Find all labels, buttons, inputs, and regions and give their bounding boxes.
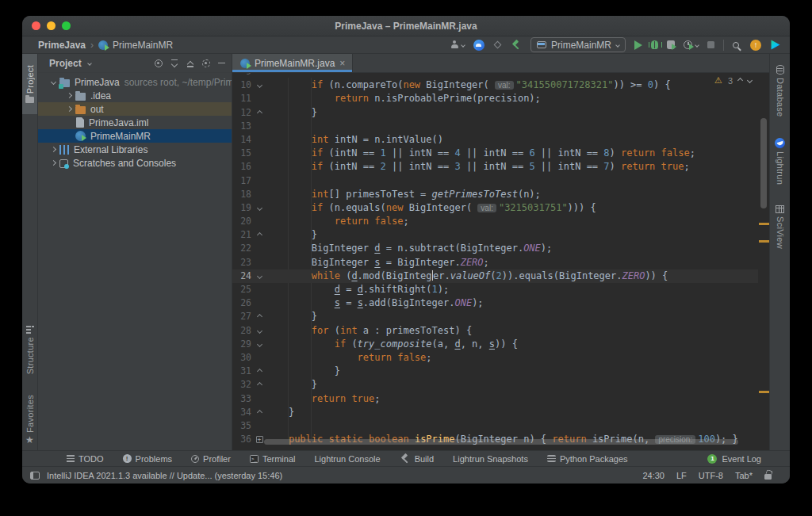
line-number[interactable]: 19 [232, 201, 253, 215]
tree-item-primemainmr[interactable]: PrimeMainMR [38, 129, 232, 143]
close-tab-icon[interactable]: × [339, 59, 345, 67]
code-line-26[interactable]: 26 s = s.add(BigInteger.ONE); [232, 296, 758, 310]
fold-marker-icon[interactable] [253, 406, 266, 419]
hide-panel-button[interactable] [218, 63, 225, 64]
caret-position[interactable]: 24:30 [642, 471, 665, 480]
code-line-9[interactable]: 9 [232, 73, 758, 78]
fold-marker-icon[interactable] [253, 78, 266, 92]
tree-item-primejava-iml[interactable]: PrimeJava.iml [38, 116, 232, 129]
code-line-31[interactable]: 31 } [232, 365, 758, 378]
tree-item-primejava[interactable]: PrimeJavasources root, ~/temp/PrimeJa [38, 75, 232, 89]
indent-style[interactable]: Tab* [735, 471, 753, 480]
line-number[interactable]: 20 [232, 215, 253, 228]
line-number[interactable]: 22 [232, 242, 253, 255]
code-line-20[interactable]: 20 return false; [232, 215, 758, 228]
code-line-15[interactable]: 15 if (intN == 1 || intN == 4 || intN ==… [232, 147, 758, 160]
code-line-32[interactable]: 32 } [232, 378, 758, 392]
title-bar[interactable]: PrimeJava – PrimeMainMR.java [22, 16, 790, 36]
line-number[interactable]: 25 [232, 283, 253, 296]
run-button[interactable] [634, 40, 642, 50]
line-number[interactable]: 30 [232, 351, 253, 365]
line-number[interactable]: 13 [232, 120, 253, 133]
line-number[interactable]: 15 [232, 147, 253, 160]
run-with-coverage-button[interactable] [667, 40, 675, 49]
toolwindow-button-build[interactable]: Build [400, 451, 434, 466]
line-number[interactable]: 29 [232, 338, 253, 351]
line-number[interactable]: 32 [232, 378, 253, 392]
fold-marker-icon[interactable] [253, 201, 266, 215]
ide-logo-icon[interactable] [770, 40, 780, 50]
code-line-29[interactable]: 29 if (try_composite(a, d, n, s)) { [232, 338, 758, 351]
code-line-33[interactable]: 33 return true; [232, 392, 758, 406]
search-everywhere-button[interactable] [733, 42, 739, 48]
code-line-28[interactable]: 28 for (int a : primesToTest) { [232, 324, 758, 338]
code-editor[interactable]: 910 if (n.compareTo(new BigInteger( val:… [232, 73, 769, 450]
fold-marker-icon[interactable] [253, 228, 266, 242]
code-line-13[interactable]: 13 [232, 120, 758, 133]
fold-marker-icon[interactable] [253, 269, 266, 283]
breadcrumb-project[interactable]: PrimeJava [38, 40, 86, 51]
fold-marker-icon[interactable] [253, 365, 266, 378]
line-number[interactable]: 9 [232, 73, 253, 78]
fold-marker-icon[interactable] [253, 310, 266, 323]
line-number[interactable]: 11 [232, 92, 253, 105]
line-number[interactable]: 34 [232, 406, 253, 419]
code-line-18[interactable]: 18 int[] primesToTest = getPrimesToTest(… [232, 188, 758, 201]
expand-chevron-icon[interactable] [48, 80, 59, 84]
line-separator[interactable]: LF [676, 471, 687, 480]
code-line-17[interactable]: 17 [232, 174, 758, 188]
expand-chevron-icon[interactable] [48, 147, 59, 151]
line-number[interactable]: 35 [232, 419, 253, 433]
code-line-23[interactable]: 23 BigInteger s = BigInteger.ZERO; [232, 256, 758, 269]
toolwindow-button-todo[interactable]: TODO [67, 451, 104, 466]
tree-item-out[interactable]: out [38, 102, 232, 116]
tool-button-structure[interactable]: Structure [25, 321, 35, 379]
line-number[interactable]: 16 [232, 160, 253, 174]
line-number[interactable]: 33 [232, 392, 253, 406]
code-line-22[interactable]: 22 BigInteger d = n.subtract(BigInteger.… [232, 242, 758, 255]
toolwindow-button-problems[interactable]: !Problems [123, 451, 172, 466]
code-line-25[interactable]: 25 d = d.shiftRight(1); [232, 283, 758, 296]
error-stripe-mark[interactable] [759, 391, 769, 393]
status-message[interactable]: IntelliJ IDEA 2021.1.3 available // Upda… [47, 471, 282, 480]
code-line-19[interactable]: 19 if (n.equals(new BigInteger( val:"321… [232, 201, 758, 215]
tree-item-scratches[interactable]: Scratches and Consoles [38, 156, 232, 170]
line-number[interactable]: 23 [232, 256, 253, 269]
run-configuration-select[interactable]: PrimeMainMR [530, 37, 626, 52]
toolwindow-button-terminal[interactable]: >_Terminal [250, 451, 296, 466]
tab-primemainmr-java[interactable]: PrimeMainMR.java × [232, 54, 353, 72]
code-line-10[interactable]: 10 if (n.compareTo(new BigInteger( val:"… [232, 78, 758, 92]
error-stripe-mark[interactable] [759, 223, 769, 225]
file-encoding[interactable]: UTF-8 [699, 471, 723, 480]
toolwindow-button-profiler[interactable]: Profiler [191, 451, 231, 466]
unlock-icon[interactable] [764, 474, 772, 480]
chevron-down-icon[interactable] [87, 61, 92, 66]
breadcrumb-target[interactable]: PrimeMainMR [113, 40, 173, 51]
tree-item-idea[interactable]: .idea [38, 89, 232, 102]
horizontal-scrollbar[interactable] [264, 439, 738, 445]
code-line-35[interactable]: 35 [232, 419, 758, 433]
tool-button-favorites[interactable]: Favorites ★ [25, 390, 35, 449]
code-line-14[interactable]: 14 int intN = n.intValue() [232, 133, 758, 147]
line-number[interactable]: 12 [232, 106, 253, 120]
expand-chevron-icon[interactable] [63, 94, 75, 97]
inspection-widget[interactable]: ⚠ 3 [714, 75, 752, 86]
line-number[interactable]: 21 [232, 228, 253, 242]
expand-chevron-icon[interactable] [63, 107, 75, 111]
toolwindow-button-python-packages[interactable]: Python Packages [547, 451, 628, 466]
fold-marker-icon[interactable] [253, 324, 266, 338]
code-line-21[interactable]: 21 } [232, 228, 758, 242]
vertical-scrollbar[interactable] [760, 118, 767, 208]
toolwindow-button-lightrun-snapshots[interactable]: Lightrun Snapshots [453, 451, 528, 466]
tool-button-sciview[interactable]: SciView [770, 201, 790, 254]
debug-button[interactable] [651, 40, 658, 49]
tool-button-project[interactable]: Project [22, 54, 37, 114]
line-number[interactable]: 18 [232, 188, 253, 201]
panel-settings-button[interactable] [202, 59, 210, 67]
tool-window-switcher-icon[interactable] [30, 472, 40, 480]
line-number[interactable]: 10 [232, 78, 253, 92]
previous-warning-icon[interactable] [737, 78, 743, 83]
code-line-12[interactable]: 12 } [232, 106, 758, 120]
error-stripe-mark[interactable] [759, 240, 769, 243]
line-number[interactable]: 28 [232, 324, 253, 338]
